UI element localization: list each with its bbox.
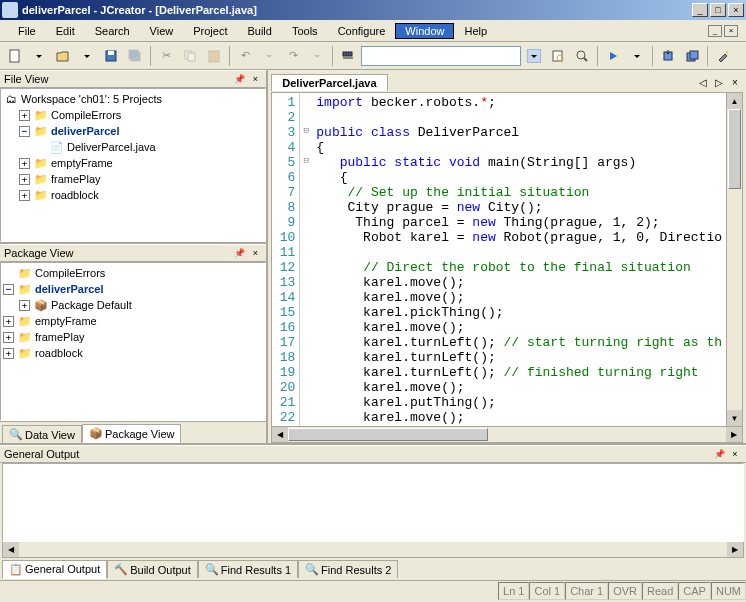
menu-tools[interactable]: Tools xyxy=(282,23,328,39)
close-panel-icon[interactable]: × xyxy=(248,246,262,260)
tab-find-results-2[interactable]: 🔍Find Results 2 xyxy=(298,560,398,578)
file-tree[interactable]: 🗂Workspace 'ch01': 5 Projects +📁CompileE… xyxy=(0,88,266,242)
save-all-icon[interactable] xyxy=(124,45,146,67)
find-icon: 🔍 xyxy=(305,563,319,576)
scroll-right-icon[interactable]: ▶ xyxy=(727,542,743,557)
expand-icon[interactable]: + xyxy=(19,110,30,121)
undo-dropdown-icon[interactable] xyxy=(258,45,280,67)
scroll-right-icon[interactable]: ▶ xyxy=(726,427,742,442)
scroll-left-icon[interactable]: ◀ xyxy=(272,427,288,442)
expand-icon[interactable]: + xyxy=(19,174,30,185)
svg-rect-0 xyxy=(10,50,19,62)
close-button[interactable]: × xyxy=(728,3,744,17)
find-in-files-icon[interactable] xyxy=(547,45,569,67)
file-view-panel: File View 📌 × 🗂Workspace 'ch01': 5 Proje… xyxy=(0,70,266,242)
pin-icon[interactable]: 📌 xyxy=(232,246,246,260)
package-node[interactable]: 📁CompileErrors xyxy=(3,265,263,281)
menu-project[interactable]: Project xyxy=(183,23,237,39)
expand-icon[interactable]: + xyxy=(19,158,30,169)
project-node[interactable]: −📁deliverParcel xyxy=(3,123,263,139)
output-body[interactable] xyxy=(2,463,744,542)
zoom-icon[interactable] xyxy=(571,45,593,67)
minimize-button[interactable]: _ xyxy=(692,3,708,17)
search-dropdown-icon[interactable] xyxy=(523,45,545,67)
run-dropdown-icon[interactable] xyxy=(626,45,648,67)
find-icon[interactable] xyxy=(337,45,359,67)
prev-tab-icon[interactable]: ◁ xyxy=(696,76,710,90)
file-node[interactable]: 📄DeliverParcel.java xyxy=(3,139,263,155)
horizontal-scrollbar[interactable]: ◀ ▶ xyxy=(271,427,743,443)
close-tab-icon[interactable]: × xyxy=(728,76,742,90)
next-tab-icon[interactable]: ▷ xyxy=(712,76,726,90)
scroll-thumb[interactable] xyxy=(288,428,488,441)
vertical-scrollbar[interactable]: ▲ ▼ xyxy=(726,93,742,426)
close-panel-icon[interactable]: × xyxy=(248,72,262,86)
tab-package-view[interactable]: 📦Package View xyxy=(82,424,182,443)
paste-icon[interactable] xyxy=(203,45,225,67)
tab-data-view[interactable]: 🔍Data View xyxy=(2,425,82,443)
package-tree[interactable]: 📁CompileErrors −📁deliverParcel +📦Package… xyxy=(0,262,266,421)
scroll-up-icon[interactable]: ▲ xyxy=(727,93,742,109)
project-node[interactable]: +📁roadblock xyxy=(3,187,263,203)
maximize-button[interactable]: □ xyxy=(710,3,726,17)
undo-icon[interactable]: ↶ xyxy=(234,45,256,67)
save-icon[interactable] xyxy=(100,45,122,67)
package-node[interactable]: +📁emptyFrame xyxy=(3,313,263,329)
open-dropdown-icon[interactable] xyxy=(76,45,98,67)
menu-window[interactable]: Window xyxy=(395,23,454,39)
new-dropdown-icon[interactable] xyxy=(28,45,50,67)
expand-icon[interactable]: + xyxy=(3,316,14,327)
expand-icon[interactable]: + xyxy=(19,190,30,201)
collapse-icon[interactable]: − xyxy=(3,284,14,295)
scroll-down-icon[interactable]: ▼ xyxy=(727,410,742,426)
package-node[interactable]: +📁framePlay xyxy=(3,329,263,345)
editor-panel: DeliverParcel.java ◁ ▷ × 123456789101112… xyxy=(268,70,746,443)
output-scrollbar[interactable]: ◀ ▶ xyxy=(2,542,744,558)
view-tabs: 🔍Data View 📦Package View xyxy=(0,421,266,443)
collapse-icon[interactable]: − xyxy=(19,126,30,137)
menu-view[interactable]: View xyxy=(140,23,184,39)
tab-build-output[interactable]: 🔨Build Output xyxy=(107,560,198,578)
menu-help[interactable]: Help xyxy=(454,23,497,39)
menu-configure[interactable]: Configure xyxy=(328,23,396,39)
cut-icon[interactable]: ✂ xyxy=(155,45,177,67)
editor-tab[interactable]: DeliverParcel.java xyxy=(271,74,387,91)
close-panel-icon[interactable]: × xyxy=(728,447,742,461)
expand-icon[interactable]: + xyxy=(19,300,30,311)
mdi-minimize-button[interactable]: _ xyxy=(708,25,722,37)
project-node[interactable]: +📁framePlay xyxy=(3,171,263,187)
tab-find-results-1[interactable]: 🔍Find Results 1 xyxy=(198,560,298,578)
new-icon[interactable] xyxy=(4,45,26,67)
build-icon[interactable] xyxy=(681,45,703,67)
mdi-close-button[interactable]: × xyxy=(724,25,738,37)
tab-general-output[interactable]: 📋General Output xyxy=(2,560,107,579)
menu-search[interactable]: Search xyxy=(85,23,140,39)
project-node[interactable]: +📁CompileErrors xyxy=(3,107,263,123)
scroll-thumb[interactable] xyxy=(728,109,741,189)
expand-icon[interactable]: + xyxy=(3,332,14,343)
scroll-left-icon[interactable]: ◀ xyxy=(3,542,19,557)
menu-edit[interactable]: Edit xyxy=(46,23,85,39)
wizard-icon[interactable] xyxy=(712,45,734,67)
package-default-node[interactable]: +📦Package Default xyxy=(3,297,263,313)
pin-icon[interactable]: 📌 xyxy=(232,72,246,86)
package-node[interactable]: −📁deliverParcel xyxy=(3,281,263,297)
folder-icon: 📁 xyxy=(33,171,49,187)
copy-icon[interactable] xyxy=(179,45,201,67)
menu-file[interactable]: File xyxy=(8,23,46,39)
menu-build[interactable]: Build xyxy=(237,23,281,39)
package-node[interactable]: +📁roadblock xyxy=(3,345,263,361)
redo-icon[interactable]: ↷ xyxy=(282,45,304,67)
expand-icon[interactable]: + xyxy=(3,348,14,359)
workspace-node[interactable]: 🗂Workspace 'ch01': 5 Projects xyxy=(3,91,263,107)
pin-icon[interactable]: 📌 xyxy=(712,447,726,461)
compile-icon[interactable] xyxy=(657,45,679,67)
code-content[interactable]: import becker.robots.*; public class Del… xyxy=(312,93,726,426)
fold-gutter[interactable]: ⊟⊟ xyxy=(300,93,312,426)
project-node[interactable]: +📁emptyFrame xyxy=(3,155,263,171)
run-icon[interactable] xyxy=(602,45,624,67)
open-icon[interactable] xyxy=(52,45,74,67)
code-editor[interactable]: 1234567891011121314151617181920212223 ⊟⊟… xyxy=(271,92,743,427)
redo-dropdown-icon[interactable] xyxy=(306,45,328,67)
search-combo[interactable] xyxy=(361,46,521,66)
